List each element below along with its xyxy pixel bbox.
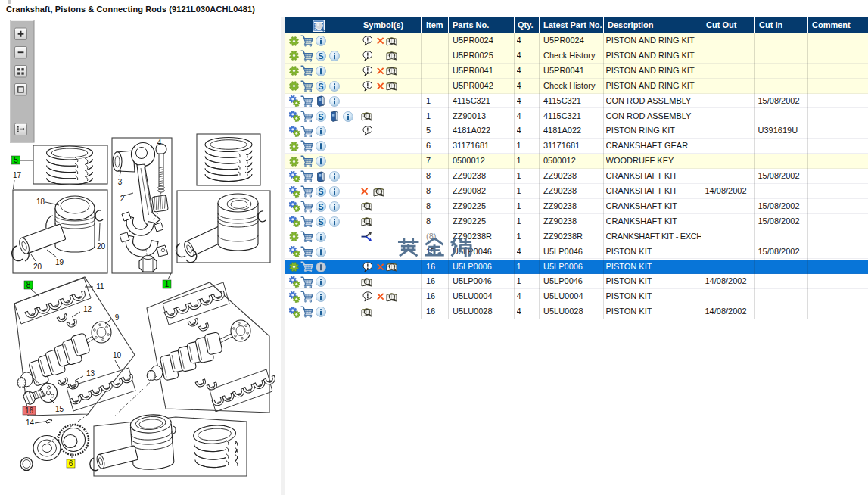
svg-text:18: 18: [36, 198, 45, 206]
svg-text:10: 10: [113, 351, 122, 360]
svg-text:8: 8: [26, 281, 31, 289]
svg-text:13: 13: [86, 369, 95, 378]
svg-text:17: 17: [13, 171, 22, 179]
svg-text:4: 4: [157, 139, 162, 147]
svg-text:5: 5: [14, 156, 18, 164]
svg-text:15: 15: [55, 405, 64, 413]
svg-text:3: 3: [118, 178, 123, 186]
svg-text:20: 20: [33, 263, 42, 271]
svg-text:12: 12: [83, 305, 92, 313]
svg-text:20: 20: [97, 242, 106, 251]
svg-text:19: 19: [55, 258, 64, 266]
svg-text:11: 11: [96, 282, 104, 291]
svg-text:9: 9: [115, 313, 120, 322]
svg-text:1: 1: [165, 280, 170, 288]
svg-text:16: 16: [25, 406, 34, 415]
svg-text:14: 14: [26, 419, 35, 427]
svg-text:6: 6: [69, 459, 73, 468]
